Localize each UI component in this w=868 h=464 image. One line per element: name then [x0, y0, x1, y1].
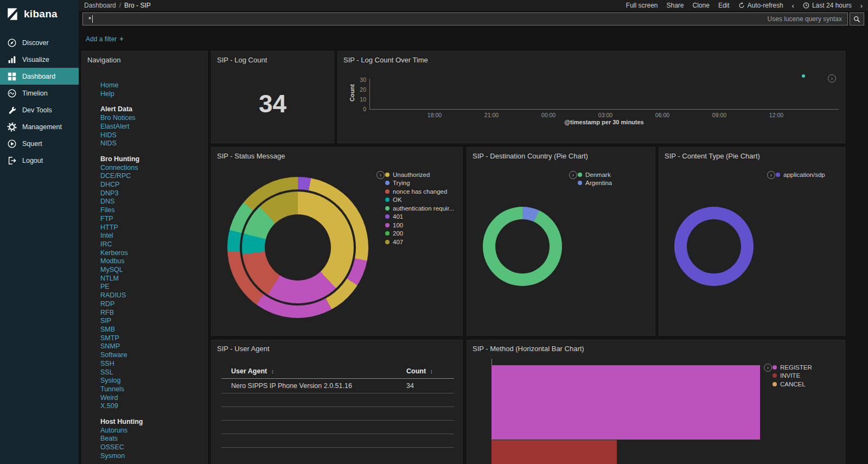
topbar-action-edit[interactable]: Edit	[718, 2, 730, 9]
legend-item-unauthorized[interactable]: Unauthorized	[385, 170, 461, 179]
nav-link-hids[interactable]: HIDS	[100, 131, 203, 140]
auto-refresh-label: Auto-refresh	[748, 2, 783, 9]
legend-item-401[interactable]: 401	[385, 213, 461, 221]
legend-item-100[interactable]: 100	[385, 221, 461, 230]
legend-item-register[interactable]: REGISTER	[773, 363, 845, 372]
breadcrumb-dashboard[interactable]: Dashboard	[84, 2, 116, 9]
nav-link-tunnels[interactable]: Tunnels	[100, 385, 203, 394]
sidebar-item-dev-tools[interactable]: Dev Tools	[0, 101, 79, 118]
column-header-user-agent[interactable]: User Agent ↕	[221, 364, 406, 379]
nav-link-smtp[interactable]: SMTP	[100, 334, 203, 343]
nav-link-sysmon[interactable]: Sysmon	[100, 452, 203, 461]
nav-link-mysql[interactable]: MySQL	[100, 266, 203, 275]
nav-link-smb[interactable]: SMB	[100, 326, 203, 334]
sidebar-item-squert[interactable]: Squert	[0, 135, 79, 152]
legend: REGISTERINVITECANCEL	[773, 363, 845, 389]
nav-link-files[interactable]: Files	[100, 206, 203, 215]
nav-link-dnp3[interactable]: DNP3	[100, 189, 203, 198]
nav-link-syslog[interactable]: Syslog	[100, 377, 203, 385]
nav-link-beats[interactable]: Beats	[100, 435, 203, 443]
search-input[interactable]: * Uses lucene query syntax	[82, 12, 848, 26]
legend-item-cancel[interactable]: CANCEL	[773, 380, 845, 389]
nav-link-ssh[interactable]: SSH	[100, 360, 203, 368]
nav-link-ossec[interactable]: OSSEC	[100, 443, 203, 452]
nav-link-ssl[interactable]: SSL	[100, 368, 203, 377]
sidebar-item-management[interactable]: Management	[0, 118, 79, 135]
lucene-syntax-hint: Uses lucene query syntax	[768, 15, 842, 23]
nav-link-pe[interactable]: PE	[100, 283, 203, 291]
legend-item-denmark[interactable]: Denmark	[578, 170, 654, 179]
nav-link-ntlm[interactable]: NTLM	[100, 275, 203, 283]
time-forward-button[interactable]: ›	[860, 2, 863, 10]
nav-link-snmp[interactable]: SNMP	[100, 342, 203, 351]
kibana-logo[interactable]: kibana	[0, 0, 79, 27]
legend-toggle-icon[interactable]: ›	[764, 364, 772, 372]
time-range-button[interactable]: Last 24 hours	[803, 2, 852, 9]
discover-icon	[7, 38, 17, 48]
nav-link-x-509[interactable]: X.509	[100, 402, 203, 411]
nav-link-sip[interactable]: SIP	[100, 317, 203, 326]
nav-link-dhcp[interactable]: DHCP	[100, 181, 203, 189]
legend-item-invite[interactable]: INVITE	[773, 372, 845, 380]
nav-link-kerberos[interactable]: Kerberos	[100, 249, 203, 258]
topbar-action-clone[interactable]: Clone	[693, 2, 710, 9]
auto-refresh-button[interactable]: Auto-refresh	[738, 2, 783, 9]
sidebar-item-dashboard[interactable]: Dashboard	[0, 68, 79, 85]
sort-icon[interactable]: ↕	[271, 368, 275, 374]
panel-title: SIP - Destination Country (Pie Chart)	[467, 148, 655, 164]
nav-link-intel[interactable]: Intel	[100, 232, 203, 240]
nav-link-weird[interactable]: Weird	[100, 394, 203, 403]
bar-invite[interactable]	[492, 440, 617, 464]
legend-label: 100	[393, 222, 403, 228]
time-back-button[interactable]: ‹	[792, 2, 794, 10]
add-filter-link[interactable]: Add a filter	[86, 35, 117, 43]
nav-link-http[interactable]: HTTP	[100, 224, 203, 232]
legend-toggle-icon[interactable]: ›	[767, 171, 775, 179]
sidebar-item-logout[interactable]: Logout	[0, 152, 79, 169]
legend-label: nonce has changed	[393, 188, 447, 195]
nav-link-rfb[interactable]: RFB	[100, 309, 203, 317]
plus-icon[interactable]: +	[119, 35, 123, 43]
nav-link-modbus[interactable]: Modbus	[100, 257, 203, 266]
legend-item-application-sdp[interactable]: application/sdp	[776, 170, 845, 179]
legend-item-authentication-requir[interactable]: authentication requir...	[385, 204, 461, 213]
legend-item-407[interactable]: 407	[385, 238, 461, 246]
y-tick: 20	[353, 86, 366, 93]
nav-link-connections[interactable]: Connections	[100, 164, 203, 173]
sidebar-item-discover[interactable]: Discover	[0, 34, 79, 51]
legend-toggle-icon[interactable]: ›	[569, 171, 577, 179]
nav-link-rdp[interactable]: RDP	[100, 300, 203, 309]
cell-user-agent: Nero SIPPS IP Phone Version 2.0.51.16	[221, 379, 406, 393]
legend-toggle-icon[interactable]: ›	[828, 74, 836, 82]
nav-link-dce-rpc[interactable]: DCE/RPC	[100, 172, 203, 181]
nav-link-help[interactable]: Help	[100, 90, 203, 99]
legend-dot	[385, 214, 390, 219]
nav-link-elastalert[interactable]: ElastAlert	[100, 123, 203, 131]
topbar-action-share[interactable]: Share	[666, 2, 684, 9]
sidebar-item-label: Management	[22, 123, 62, 131]
search-button[interactable]	[850, 12, 864, 26]
sort-icon[interactable]: ↕	[430, 368, 433, 374]
nav-link-nids[interactable]: NIDS	[100, 139, 203, 148]
nav-link-home[interactable]: Home	[100, 81, 203, 90]
topbar-action-full-screen[interactable]: Full screen	[626, 2, 658, 9]
nav-link-dns[interactable]: DNS	[100, 198, 203, 206]
column-header-count[interactable]: Count ↕	[406, 364, 454, 379]
sidebar-item-visualize[interactable]: Visualize	[0, 51, 79, 68]
legend-item-argentina[interactable]: Argentina	[578, 179, 654, 188]
nav-link-radius[interactable]: RADIUS	[100, 291, 203, 300]
sidebar-item-timelion[interactable]: Timelion	[0, 85, 79, 101]
panel-title: SIP - Status Message	[212, 148, 462, 164]
nav-link-software[interactable]: Software	[100, 351, 203, 360]
legend-item-200[interactable]: 200	[385, 230, 461, 238]
nav-link-autoruns[interactable]: Autoruns	[100, 427, 203, 435]
legend-toggle-icon[interactable]: ›	[376, 171, 385, 179]
nav-link-bro-notices[interactable]: Bro Notices	[100, 114, 203, 123]
legend-item-ok[interactable]: OK	[385, 196, 461, 205]
bar-register[interactable]	[492, 365, 760, 440]
legend-item-trying[interactable]: Trying	[385, 179, 461, 188]
legend-item-nonce-has-changed[interactable]: nonce has changed	[385, 187, 461, 196]
nav-link-ftp[interactable]: FTP	[100, 215, 203, 224]
data-point[interactable]	[802, 74, 805, 78]
nav-link-irc[interactable]: IRC	[100, 240, 203, 249]
